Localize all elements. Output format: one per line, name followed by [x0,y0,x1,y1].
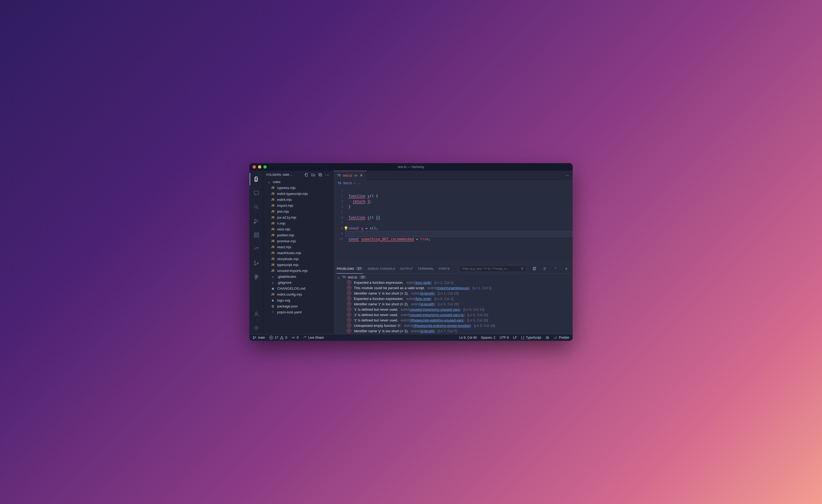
git-branch-status[interactable]: main [253,336,265,340]
figma-icon[interactable] [250,271,263,283]
cursor-position-status[interactable]: Ln 9, Col 40 [459,336,477,340]
tree-file[interactable]: JScypress.mjs [263,185,333,190]
breadcrumb-rest[interactable]: … [357,181,361,185]
language-status[interactable]: { }TypeScript [521,336,541,340]
file-type-icon: JS [271,204,275,207]
problem-rule-link[interactable]: @typescript-eslint/no-empty-function [413,324,470,328]
tree-file[interactable]: JSjest.mjs [263,208,333,214]
problem-row[interactable]: ✕Identifier name 'y' is too short (< 2).… [336,328,570,334]
explorer-icon[interactable] [250,173,263,185]
list-icon[interactable] [542,266,548,272]
problem-row[interactable]: ✕Expected a function expression. eslint(… [336,280,570,285]
tree-file[interactable]: JSeslint.mjs [263,196,333,202]
zoom-window-button[interactable] [264,165,267,168]
problem-row[interactable]: ✕Expected a function expression. eslint(… [336,296,570,301]
problem-rule-link[interactable]: id-length [420,302,434,306]
problem-rule-link[interactable]: unused-imports/no-unused-vars-ts [410,313,463,317]
problems-status[interactable]: ✕ 17 0 [269,336,287,340]
problem-row[interactable]: ✕'z' is defined but never used. eslint(u… [336,307,570,312]
chevron-up-icon[interactable]: ⌃ [553,266,558,272]
collapse-all-icon[interactable] [318,172,323,177]
lightbulb-icon[interactable]: 💡 [344,225,348,231]
tree-file[interactable]: JSprettier.mjs [263,232,333,238]
problem-location: [Ln 1, Col 1] [434,281,453,285]
tree-file[interactable]: ⬦.gitignore [263,280,333,286]
panel-tab-problems[interactable]: PROBLEMS 17 [337,264,363,274]
svg-point-1 [255,205,258,208]
panel-tab-debug[interactable]: DEBUG CONSOLE [368,264,395,273]
problem-row[interactable]: ✕Unexpected empty function 'z'. eslint(@… [336,323,570,328]
breadcrumb-file[interactable]: test.ts [343,181,352,185]
live-share-status[interactable]: Live Share [303,336,324,340]
editor-tab-test[interactable]: TS test.ts 9+ ✕ [333,171,367,180]
new-folder-icon[interactable] [311,172,316,177]
problems-count-badge: 17 [356,267,363,270]
tree-file[interactable]: ◈logo.svg [263,297,333,303]
problem-row[interactable]: ✕Identifier name 'x' is too short (< 2).… [336,291,570,296]
tree-file[interactable]: JSn.mjs [263,220,333,226]
panel-close-icon[interactable]: ✕ [563,266,569,272]
extensions-icon[interactable] [250,229,263,241]
problem-row[interactable]: ✕'z' is defined but never used. eslint(@… [336,318,570,323]
tree-file[interactable]: JSnext.mjs [263,226,333,232]
eol-status[interactable]: LF [513,336,517,340]
close-window-button[interactable] [253,165,256,168]
tree-file[interactable]: JSeslint.config.mjs [263,291,333,297]
tree-file[interactable]: JSreact.mjs [263,244,333,250]
settings-gear-icon[interactable] [250,322,263,334]
minimize-window-button[interactable] [258,165,261,168]
editor-tabs: TS test.ts 9+ ✕ ⋯ [333,171,572,180]
tree-file[interactable]: JSjsx-a11y.mjs [263,214,333,220]
tree-file[interactable]: ⬦.gitattributes [263,274,333,280]
tree-file[interactable]: ◉CHANGELOG.md [263,286,333,291]
problems-file-header[interactable]: ⌄ TS test.ts 17 [336,275,570,280]
breadcrumbs[interactable]: TS test.ts › … [333,180,572,186]
tree-file[interactable]: !pnpm-lock.yaml [263,309,333,315]
code-content[interactable]: 💡function x() { return 3; } function z()… [345,186,572,264]
prettier-status[interactable]: Prettier [554,336,569,340]
copilot-status-icon[interactable] [545,336,549,340]
editor-more-icon[interactable]: ⋯ [562,171,572,180]
chat-icon[interactable] [250,187,263,199]
accounts-icon[interactable] [250,308,263,320]
tree-file[interactable]: JStypescript.mjs [263,262,333,268]
panel-tab-terminal[interactable]: TERMINAL [418,264,434,273]
encoding-status[interactable]: UTF-8 [500,336,509,340]
ports-status[interactable]: 0 [292,336,299,340]
copy-icon[interactable] [531,266,537,272]
search-icon[interactable] [250,201,263,213]
new-file-icon[interactable] [304,172,309,177]
panel-tab-ports[interactable]: PORTS [439,264,450,273]
run-debug-icon[interactable] [250,215,263,227]
tree-file[interactable]: JSunused-imports.mjs [263,268,333,274]
tab-close-icon[interactable]: ✕ [360,173,363,177]
tree-file[interactable]: JSimport.mjs [263,202,333,208]
tree-file[interactable]: JSstorybook.mjs [263,256,333,262]
problem-row[interactable]: ✕Identifier name 'z' is too short (< 2).… [336,301,570,307]
filter-icon[interactable] [521,267,524,270]
share-icon[interactable] [250,243,263,255]
problem-rule-link[interactable]: import/unambiguous [437,286,469,290]
titlebar[interactable]: test.ts — harmony [250,163,572,171]
problems-filter-input[interactable] [462,267,519,271]
problem-rule-link[interactable]: func-style [416,281,431,285]
problem-row[interactable]: ✕This module could be parsed as a valid … [336,285,570,291]
source-control-icon[interactable] [250,257,263,269]
problem-rule-link[interactable]: id-length [420,291,434,295]
problems-filter[interactable] [459,266,526,272]
tree-file[interactable]: JSreactHooks.mjs [263,250,333,256]
problem-location: [Ln 5, Col 10] [463,308,484,312]
problem-rule-link[interactable]: func-style [416,297,431,301]
problem-rule-link[interactable]: id-length [420,329,434,333]
indent-status[interactable]: Spaces: 2 [481,336,495,340]
tree-folder-rules[interactable]: ⌄ rules [263,179,333,185]
explorer-more-icon[interactable]: ⋯ [325,172,330,177]
tree-file[interactable]: JSpromise.mjs [263,238,333,244]
panel-tab-output[interactable]: OUTPUT [400,264,413,273]
problem-rule-link[interactable]: unused-imports/no-unused-vars [410,308,460,312]
problem-row[interactable]: ✕'z' is defined but never used. eslint(u… [336,312,570,318]
code-editor[interactable]: 12345678910 💡function x() { return 3; } … [333,186,572,264]
tree-file[interactable]: {}package.json [263,303,333,309]
problem-rule-link[interactable]: @typescript-eslint/no-unused-vars [410,318,463,322]
tree-file[interactable]: JSeslint-typescript.mjs [263,190,333,196]
